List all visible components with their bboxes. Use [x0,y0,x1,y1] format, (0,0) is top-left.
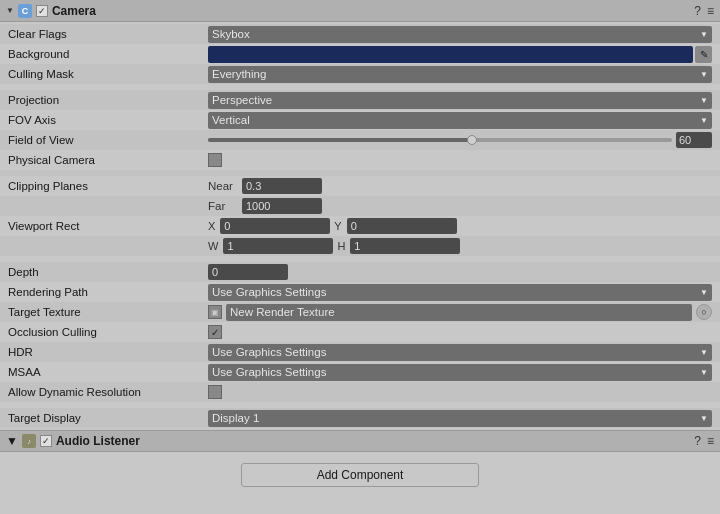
background-row: Background ✎ [0,44,720,64]
hdr-label: HDR [8,346,208,358]
occlusion-culling-checkbox[interactable] [208,325,222,339]
allow-dynamic-checkbox[interactable] [208,385,222,399]
target-display-value: Display 1 ▼ [208,410,712,427]
header-right-icons: ? ≡ [694,4,714,18]
dropdown-arrow: ▼ [700,288,708,297]
hdr-value: Use Graphics Settings ▼ [208,344,712,361]
dropdown-arrow: ▼ [700,348,708,357]
w-label: W [208,240,218,252]
depth-input[interactable] [208,264,288,280]
hdr-dropdown[interactable]: Use Graphics Settings ▼ [208,344,712,361]
far-input[interactable] [242,198,322,214]
camera-header: ▼ C Camera ? ≡ [0,0,720,22]
audio-listener-header: ▼ ♪ Audio Listener ? ≡ [0,430,720,452]
fov-axis-dropdown[interactable]: Vertical ▼ [208,112,712,129]
texture-select-btn[interactable]: ○ [696,304,712,320]
clipping-near-value: Near [208,178,712,194]
fov-slider[interactable] [208,138,672,142]
clear-flags-dropdown[interactable]: Skybox ▼ [208,26,712,43]
help-icon[interactable]: ? [694,4,701,18]
hdr-row: HDR Use Graphics Settings ▼ [0,342,720,362]
rendering-path-value: Use Graphics Settings ▼ [208,284,712,301]
depth-row: Depth [0,262,720,282]
rendering-path-row: Rendering Path Use Graphics Settings ▼ [0,282,720,302]
depth-value [208,264,712,280]
collapse-arrow[interactable]: ▼ [6,6,14,15]
target-texture-value: ▣ New Render Texture ○ [208,304,712,321]
target-texture-field[interactable]: New Render Texture [226,304,692,321]
add-component-bar: Add Component [0,452,720,498]
fov-number-field[interactable]: 60 [676,132,712,148]
near-input[interactable] [242,178,322,194]
projection-dropdown[interactable]: Perspective ▼ [208,92,712,109]
dropdown-arrow: ▼ [700,96,708,105]
far-value: Far [208,198,712,214]
target-display-label: Target Display [8,412,208,424]
audio-collapse-arrow[interactable]: ▼ [6,434,18,448]
far-label: Far [208,200,238,212]
projection-row: Projection Perspective ▼ [0,90,720,110]
viewport-wh-row: W H [0,236,720,256]
viewport-wh-value: W H [208,238,712,254]
dropdown-arrow: ▼ [700,70,708,79]
viewport-xy-value: X Y [208,218,712,234]
audio-settings-icon[interactable]: ≡ [707,434,714,448]
settings-icon[interactable]: ≡ [707,4,714,18]
camera-icon: C [18,4,32,18]
msaa-label: MSAA [8,366,208,378]
audio-help-icon[interactable]: ? [694,434,701,448]
target-display-dropdown[interactable]: Display 1 ▼ [208,410,712,427]
viewport-rect-row: Viewport Rect X Y [0,216,720,236]
far-row: Far [0,196,720,216]
dropdown-arrow: ▼ [700,368,708,377]
fov-value: 60 [208,132,712,148]
fov-axis-label: FOV Axis [8,114,208,126]
audio-listener-icon: ♪ [22,434,36,448]
physical-camera-value [208,153,712,167]
occlusion-culling-label: Occlusion Culling [8,326,208,338]
camera-title: Camera [52,4,690,18]
camera-enabled-checkbox[interactable] [36,5,48,17]
culling-mask-row: Culling Mask Everything ▼ [0,64,720,84]
background-color-swatch[interactable] [208,46,693,63]
msaa-row: MSAA Use Graphics Settings ▼ [0,362,720,382]
viewport-h-input[interactable] [350,238,460,254]
h-label: H [337,240,345,252]
target-texture-row: Target Texture ▣ New Render Texture ○ [0,302,720,322]
clear-flags-label: Clear Flags [8,28,208,40]
viewport-rect-label: Viewport Rect [8,220,208,232]
rendering-path-dropdown[interactable]: Use Graphics Settings ▼ [208,284,712,301]
fov-row: Field of View 60 [0,130,720,150]
dropdown-arrow: ▼ [700,414,708,423]
fov-slider-container: 60 [208,132,712,148]
culling-mask-label: Culling Mask [8,68,208,80]
slider-fill [208,138,472,142]
audio-listener-title: Audio Listener [56,434,690,448]
physical-camera-checkbox[interactable] [208,153,222,167]
fov-label: Field of View [8,134,208,146]
projection-label: Projection [8,94,208,106]
add-component-button[interactable]: Add Component [241,463,479,487]
culling-mask-dropdown[interactable]: Everything ▼ [208,66,712,83]
depth-label: Depth [8,266,208,278]
viewport-w-input[interactable] [223,238,333,254]
viewport-y-input[interactable] [347,218,457,234]
target-display-row: Target Display Display 1 ▼ [0,408,720,428]
physical-camera-row: Physical Camera [0,150,720,170]
rendering-path-label: Rendering Path [8,286,208,298]
allow-dynamic-label: Allow Dynamic Resolution [8,386,208,398]
y-label: Y [334,220,341,232]
slider-thumb [467,135,477,145]
culling-mask-value: Everything ▼ [208,66,712,83]
clipping-planes-label: Clipping Planes [8,180,208,192]
clear-flags-value: Skybox ▼ [208,26,712,43]
occlusion-culling-value [208,325,712,339]
audio-enabled-checkbox[interactable] [40,435,52,447]
allow-dynamic-value [208,385,712,399]
clipping-planes-row: Clipping Planes Near [0,176,720,196]
physical-camera-label: Physical Camera [8,154,208,166]
texture-icon: ▣ [208,305,222,319]
eyedropper-icon[interactable]: ✎ [695,46,712,63]
viewport-x-input[interactable] [220,218,330,234]
msaa-dropdown[interactable]: Use Graphics Settings ▼ [208,364,712,381]
